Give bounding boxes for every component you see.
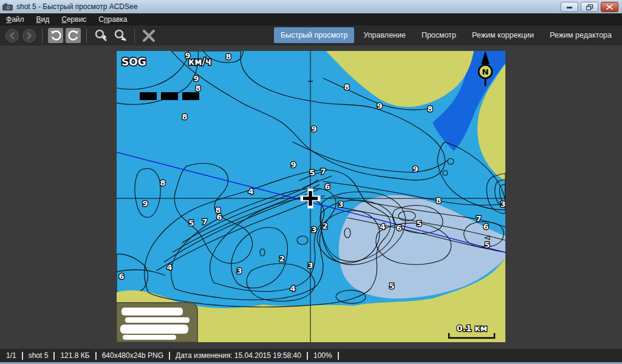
contour-depth-label: 8 xyxy=(225,52,231,61)
contour-depth-label: 5 xyxy=(484,240,490,249)
sog-label: SOG xyxy=(121,56,146,68)
menu-file[interactable]: Файл xyxy=(0,14,30,25)
status-zoom-level: 100% xyxy=(313,351,332,360)
rotate-cw-icon xyxy=(68,30,79,41)
contour-depth-label: 8 xyxy=(436,196,441,205)
zoom-out-icon xyxy=(114,29,127,42)
contour-depth-label: 4 xyxy=(380,222,385,231)
status-filesize: 121.8 КБ xyxy=(60,351,89,360)
status-separator xyxy=(338,352,339,360)
window-title: shot 5 - Быстрый просмотр ACDSee xyxy=(16,2,137,11)
status-separator xyxy=(307,352,308,360)
camera-icon xyxy=(2,3,13,11)
contour-depth-label: 3 xyxy=(500,200,505,209)
restore-icon xyxy=(586,4,593,10)
contour-depth-label: 9 xyxy=(412,164,418,174)
contour-depth-label: 6 xyxy=(324,182,330,191)
contour-depth-label: 3 xyxy=(338,200,343,209)
contour-depth-label: 7 xyxy=(476,214,481,223)
contour-depth-label: 8 xyxy=(160,178,165,187)
menu-tools[interactable]: Сервис xyxy=(55,14,92,25)
view-mode-tabs: Быстрый просмотр Управление Просмотр Реж… xyxy=(274,27,618,43)
contour-depth-label: 8 xyxy=(427,104,432,113)
north-letter: N xyxy=(482,67,489,76)
status-separator xyxy=(22,352,23,360)
back-icon xyxy=(9,32,16,39)
status-filename: shot 5 xyxy=(29,351,49,360)
contour-depth-label: 4 xyxy=(248,187,253,196)
forward-button[interactable] xyxy=(22,29,36,42)
zoom-in-icon xyxy=(94,29,108,42)
contour-depth-label: 4 xyxy=(166,263,172,272)
contour-depth-label: 3 xyxy=(311,225,316,234)
contour-depth-label: 3 xyxy=(236,266,242,275)
contour-depth-label: 4 xyxy=(290,284,295,293)
contour-depth-label: 9 xyxy=(193,74,199,83)
back-button[interactable] xyxy=(5,29,19,42)
close-button[interactable] xyxy=(601,2,618,12)
title-bar: shot 5 - Быстрый просмотр ACDSee xyxy=(0,0,622,13)
contour-depth-label: 5 xyxy=(416,219,422,228)
restore-button[interactable] xyxy=(581,2,598,12)
info-box-redacted xyxy=(117,303,197,342)
forward-icon xyxy=(26,32,33,39)
tab-quick-view[interactable]: Быстрый просмотр xyxy=(274,27,354,43)
contour-depth-label: 9 xyxy=(377,101,382,110)
speed-unit-label: км/ч xyxy=(188,56,211,67)
contour-depth-label: 3 xyxy=(307,261,313,270)
status-separator xyxy=(95,352,97,360)
contour-depth-label: 6 xyxy=(216,212,222,221)
tab-correction-mode[interactable]: Режим коррекции xyxy=(465,27,541,43)
status-separator xyxy=(53,352,55,360)
viewed-image-sonar-chart: 989888989899957686574643234233465876553 … xyxy=(117,51,505,342)
contour-depth-label: 5 xyxy=(309,168,315,177)
rotate-ccw-icon xyxy=(50,30,61,41)
contour-depth-label: 8 xyxy=(195,84,200,93)
minimize-button[interactable] xyxy=(561,2,578,12)
status-separator xyxy=(169,352,170,360)
menu-view[interactable]: Вид xyxy=(30,14,56,25)
contour-depth-label: 2 xyxy=(279,254,284,263)
speed-value-dashes xyxy=(140,92,199,100)
contour-depth-label: 9 xyxy=(142,199,148,208)
status-bar: 1/1 shot 5 121.8 КБ 640x480x24b PNG Дата… xyxy=(0,349,622,362)
zoom-in-button[interactable] xyxy=(92,28,109,44)
acdsee-quickview-window: shot 5 - Быстрый просмотр ACDSee Файл Ви… xyxy=(0,0,622,364)
contour-depth-label: 9 xyxy=(311,124,316,133)
scale-label: 0.1 км xyxy=(457,323,488,333)
toolbar-separator xyxy=(86,29,87,43)
delete-button[interactable] xyxy=(140,28,157,44)
zoom-out-button[interactable] xyxy=(112,28,129,44)
minimize-icon xyxy=(566,4,573,10)
contour-depth-label: 6 xyxy=(396,223,402,232)
rotate-left-button[interactable] xyxy=(48,28,63,43)
contour-depth-label: 9 xyxy=(290,160,296,169)
status-page-count: 1/1 xyxy=(6,351,16,360)
tab-editor-mode[interactable]: Режим редактора xyxy=(543,27,618,43)
tab-manage[interactable]: Управление xyxy=(357,27,412,43)
contour-depth-label: 7 xyxy=(320,167,326,176)
contour-depth-label: 6 xyxy=(118,272,124,281)
delete-icon xyxy=(143,30,155,42)
contour-depth-label: 5 xyxy=(188,218,194,228)
contour-depth-label: 8 xyxy=(344,83,349,92)
contour-depth-label: 6 xyxy=(483,222,488,231)
contour-depth-label: 2 xyxy=(322,221,327,231)
contour-depth-label: 7 xyxy=(202,217,207,226)
image-viewer-area: 989888989899957686574643234233465876553 … xyxy=(0,46,622,349)
contour-depth-label: 8 xyxy=(182,112,187,121)
menu-help[interactable]: Справка xyxy=(92,14,133,25)
contour-depth-label: 5 xyxy=(389,281,394,291)
close-icon xyxy=(606,4,613,10)
status-modified-date: Дата изменения: 15.04.2015 19:58:40 xyxy=(176,351,301,360)
toolbar-separator xyxy=(42,29,43,43)
rotate-right-button[interactable] xyxy=(66,28,81,43)
tab-view[interactable]: Просмотр xyxy=(415,27,463,43)
toolbar-separator xyxy=(134,29,135,43)
menu-bar: Файл Вид Сервис Справка xyxy=(0,13,622,25)
status-dimensions: 640x480x24b PNG xyxy=(102,351,163,360)
